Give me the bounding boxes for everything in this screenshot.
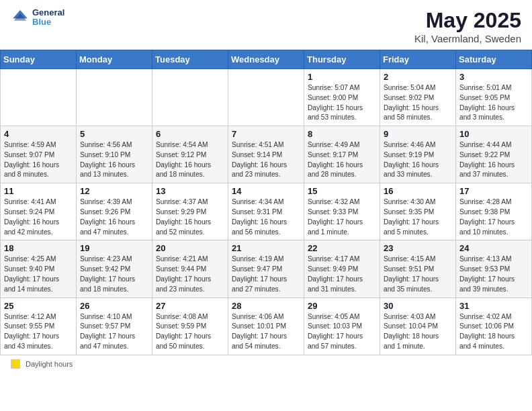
- day-info: Sunrise: 4:46 AM Sunset: 9:19 PM Dayligh…: [384, 140, 452, 180]
- calendar-day-cell: [228, 69, 304, 126]
- calendar-day-cell: 11Sunrise: 4:41 AM Sunset: 9:24 PM Dayli…: [1, 183, 77, 240]
- day-number: 1: [308, 72, 376, 82]
- day-number: 21: [232, 243, 300, 253]
- day-info: Sunrise: 4:34 AM Sunset: 9:31 PM Dayligh…: [232, 197, 300, 237]
- calendar-day-cell: 16Sunrise: 4:30 AM Sunset: 9:35 PM Dayli…: [380, 183, 456, 240]
- calendar-week-row: 11Sunrise: 4:41 AM Sunset: 9:24 PM Dayli…: [1, 183, 532, 240]
- day-number: 11: [4, 186, 73, 196]
- day-info: Sunrise: 5:07 AM Sunset: 9:00 PM Dayligh…: [308, 83, 376, 123]
- day-number: 14: [232, 186, 300, 196]
- day-info: Sunrise: 4:59 AM Sunset: 9:07 PM Dayligh…: [4, 140, 73, 180]
- title-block: May 2025 Kil, Vaermland, Sweden: [414, 8, 521, 44]
- day-number: 6: [156, 129, 224, 139]
- day-info: Sunrise: 5:01 AM Sunset: 9:05 PM Dayligh…: [459, 83, 528, 123]
- day-info: Sunrise: 4:49 AM Sunset: 9:17 PM Dayligh…: [308, 140, 376, 180]
- day-of-week-header: Monday: [77, 50, 152, 69]
- day-of-week-header: Thursday: [304, 50, 380, 69]
- day-number: 27: [156, 301, 224, 311]
- day-info: Sunrise: 4:15 AM Sunset: 9:51 PM Dayligh…: [384, 255, 452, 294]
- day-number: 15: [308, 186, 376, 196]
- calendar-day-cell: 17Sunrise: 4:28 AM Sunset: 9:38 PM Dayli…: [456, 183, 532, 240]
- day-number: 4: [4, 129, 73, 139]
- day-number: 3: [459, 72, 528, 82]
- day-of-week-header: Saturday: [456, 50, 532, 69]
- calendar-day-cell: 28Sunrise: 4:06 AM Sunset: 10:01 PM Dayl…: [228, 298, 304, 355]
- calendar-week-row: 1Sunrise: 5:07 AM Sunset: 9:00 PM Daylig…: [1, 69, 532, 126]
- day-number: 22: [308, 243, 376, 253]
- day-info: Sunrise: 4:32 AM Sunset: 9:33 PM Dayligh…: [308, 197, 376, 237]
- day-info: Sunrise: 4:30 AM Sunset: 9:35 PM Dayligh…: [384, 197, 452, 237]
- calendar-day-cell: 1Sunrise: 5:07 AM Sunset: 9:00 PM Daylig…: [304, 69, 380, 126]
- day-number: 9: [384, 129, 452, 139]
- day-info: Sunrise: 4:39 AM Sunset: 9:26 PM Dayligh…: [80, 197, 148, 237]
- day-number: 17: [459, 186, 528, 196]
- calendar-day-cell: 30Sunrise: 4:03 AM Sunset: 10:04 PM Dayl…: [380, 298, 456, 355]
- calendar-day-cell: 4Sunrise: 4:59 AM Sunset: 9:07 PM Daylig…: [1, 126, 77, 183]
- day-info: Sunrise: 4:23 AM Sunset: 9:42 PM Dayligh…: [80, 255, 148, 294]
- calendar-day-cell: 26Sunrise: 4:10 AM Sunset: 9:57 PM Dayli…: [77, 298, 152, 355]
- calendar-header-row: SundayMondayTuesdayWednesdayThursdayFrid…: [1, 50, 532, 69]
- day-info: Sunrise: 4:56 AM Sunset: 9:10 PM Dayligh…: [80, 140, 148, 180]
- logo-line2: Blue: [32, 17, 64, 27]
- logo-line1: General: [32, 8, 64, 17]
- calendar-subtitle: Kil, Vaermland, Sweden: [414, 33, 521, 44]
- day-info: Sunrise: 4:02 AM Sunset: 10:06 PM Daylig…: [459, 312, 528, 352]
- calendar-day-cell: 7Sunrise: 4:51 AM Sunset: 9:14 PM Daylig…: [228, 126, 304, 183]
- calendar-day-cell: 6Sunrise: 4:54 AM Sunset: 9:12 PM Daylig…: [152, 126, 228, 183]
- day-number: 5: [80, 129, 148, 139]
- calendar-day-cell: 12Sunrise: 4:39 AM Sunset: 9:26 PM Dayli…: [77, 183, 152, 240]
- day-info: Sunrise: 4:25 AM Sunset: 9:40 PM Dayligh…: [4, 255, 73, 294]
- day-of-week-header: Wednesday: [228, 50, 304, 69]
- calendar-title: May 2025: [414, 8, 521, 33]
- day-info: Sunrise: 4:21 AM Sunset: 9:44 PM Dayligh…: [156, 255, 224, 294]
- logo: General Blue: [11, 8, 64, 28]
- calendar-day-cell: [77, 69, 152, 126]
- day-info: Sunrise: 4:17 AM Sunset: 9:49 PM Dayligh…: [308, 255, 376, 294]
- day-number: 29: [308, 301, 376, 311]
- day-number: 28: [232, 301, 300, 311]
- day-number: 12: [80, 186, 148, 196]
- day-number: 13: [156, 186, 224, 196]
- calendar-day-cell: 19Sunrise: 4:23 AM Sunset: 9:42 PM Dayli…: [77, 240, 152, 298]
- calendar-day-cell: 20Sunrise: 4:21 AM Sunset: 9:44 PM Dayli…: [152, 240, 228, 298]
- day-info: Sunrise: 4:54 AM Sunset: 9:12 PM Dayligh…: [156, 140, 224, 180]
- day-number: 2: [384, 72, 452, 82]
- day-number: 7: [232, 129, 300, 139]
- day-info: Sunrise: 5:04 AM Sunset: 9:02 PM Dayligh…: [384, 83, 452, 123]
- day-info: Sunrise: 4:51 AM Sunset: 9:14 PM Dayligh…: [232, 140, 300, 180]
- calendar-day-cell: 10Sunrise: 4:44 AM Sunset: 9:22 PM Dayli…: [456, 126, 532, 183]
- day-number: 23: [384, 243, 452, 253]
- day-info: Sunrise: 4:37 AM Sunset: 9:29 PM Dayligh…: [156, 197, 224, 237]
- calendar-day-cell: 23Sunrise: 4:15 AM Sunset: 9:51 PM Dayli…: [380, 240, 456, 298]
- day-number: 10: [459, 129, 528, 139]
- calendar-day-cell: 24Sunrise: 4:13 AM Sunset: 9:53 PM Dayli…: [456, 240, 532, 298]
- page-header: General Blue May 2025 Kil, Vaermland, Sw…: [0, 0, 532, 50]
- day-of-week-header: Sunday: [1, 50, 77, 69]
- calendar-day-cell: 18Sunrise: 4:25 AM Sunset: 9:40 PM Dayli…: [1, 240, 77, 298]
- calendar-week-row: 25Sunrise: 4:12 AM Sunset: 9:55 PM Dayli…: [1, 298, 532, 355]
- calendar-day-cell: 15Sunrise: 4:32 AM Sunset: 9:33 PM Dayli…: [304, 183, 380, 240]
- day-number: 26: [80, 301, 148, 311]
- calendar-day-cell: 8Sunrise: 4:49 AM Sunset: 9:17 PM Daylig…: [304, 126, 380, 183]
- logo-icon: [11, 8, 30, 27]
- day-number: 19: [80, 243, 148, 253]
- day-number: 8: [308, 129, 376, 139]
- calendar-day-cell: 22Sunrise: 4:17 AM Sunset: 9:49 PM Dayli…: [304, 240, 380, 298]
- day-number: 25: [4, 301, 73, 311]
- day-number: 18: [4, 243, 73, 253]
- day-info: Sunrise: 4:12 AM Sunset: 9:55 PM Dayligh…: [4, 312, 73, 352]
- calendar-day-cell: 13Sunrise: 4:37 AM Sunset: 9:29 PM Dayli…: [152, 183, 228, 240]
- calendar-day-cell: 25Sunrise: 4:12 AM Sunset: 9:55 PM Dayli…: [1, 298, 77, 355]
- calendar-day-cell: 2Sunrise: 5:04 AM Sunset: 9:02 PM Daylig…: [380, 69, 456, 126]
- day-of-week-header: Friday: [380, 50, 456, 69]
- calendar-day-cell: 27Sunrise: 4:08 AM Sunset: 9:59 PM Dayli…: [152, 298, 228, 355]
- day-number: 24: [459, 243, 528, 253]
- calendar-day-cell: 5Sunrise: 4:56 AM Sunset: 9:10 PM Daylig…: [77, 126, 152, 183]
- day-info: Sunrise: 4:10 AM Sunset: 9:57 PM Dayligh…: [80, 312, 148, 352]
- day-info: Sunrise: 4:13 AM Sunset: 9:53 PM Dayligh…: [459, 255, 528, 294]
- calendar-day-cell: [152, 69, 228, 126]
- legend-label: Daylight hours: [26, 360, 73, 368]
- day-info: Sunrise: 4:08 AM Sunset: 9:59 PM Dayligh…: [156, 312, 224, 352]
- calendar-day-cell: 9Sunrise: 4:46 AM Sunset: 9:19 PM Daylig…: [380, 126, 456, 183]
- day-of-week-header: Tuesday: [152, 50, 228, 69]
